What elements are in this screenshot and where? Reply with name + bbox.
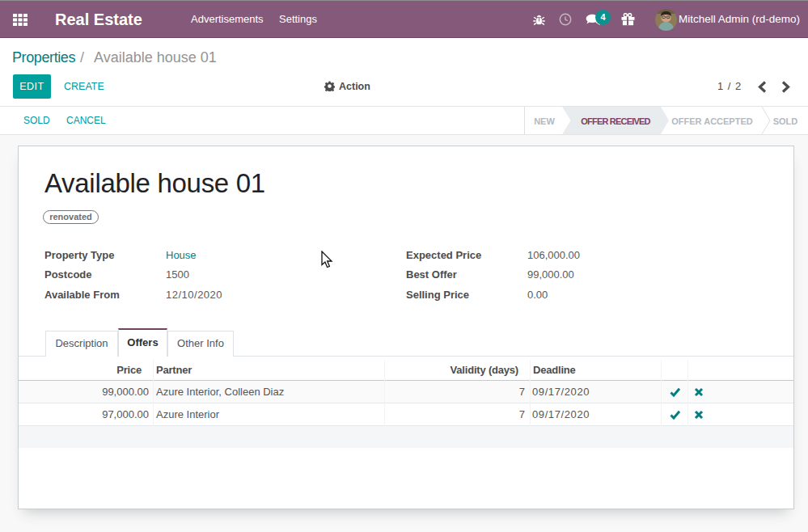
svg-text:OFFER RECEIVED: OFFER RECEIVED <box>581 116 650 126</box>
svg-text:NEW: NEW <box>534 116 555 126</box>
svg-text:SOLD: SOLD <box>773 116 798 126</box>
svg-text:OFFER ACCEPTED: OFFER ACCEPTED <box>671 116 752 126</box>
